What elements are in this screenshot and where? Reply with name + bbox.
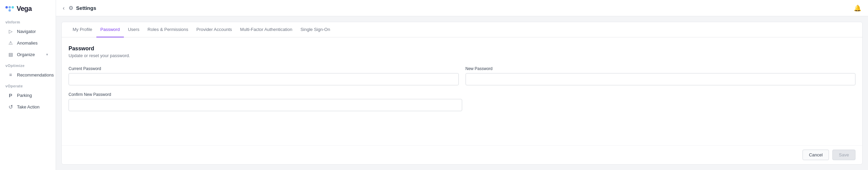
new-password-label: New Password xyxy=(466,66,856,71)
form-title: Password xyxy=(69,46,855,52)
current-password-input[interactable] xyxy=(69,73,459,85)
main-content: ‹ ⚙ Settings 🔔 My Profile Password Users… xyxy=(56,0,868,170)
sidebar-item-organize[interactable]: ▤ Organize ▾ xyxy=(2,49,54,60)
gear-icon: ⚙ xyxy=(69,5,73,11)
sidebar-item-parking[interactable]: P Parking xyxy=(2,89,54,101)
sidebar-item-label: Recommendations xyxy=(17,72,54,78)
sidebar-item-label: Navigator xyxy=(17,29,48,34)
logo-dot-1 xyxy=(5,6,8,8)
back-button[interactable]: ‹ xyxy=(63,5,64,11)
sidebar: Vega vInform ▷ Navigator ⚠ Anomalies ▤ O… xyxy=(0,0,56,170)
sidebar-item-label: Organize xyxy=(17,52,43,57)
new-password-input[interactable] xyxy=(466,73,856,85)
settings-panel: My Profile Password Users Roles & Permis… xyxy=(61,22,863,165)
sidebar-item-recommendations[interactable]: ≡ Recommendations xyxy=(2,69,54,81)
sidebar-item-label: Anomalies xyxy=(17,40,48,46)
form-subtitle: Update or reset your password. xyxy=(69,53,855,58)
topbar: ‹ ⚙ Settings 🔔 xyxy=(56,0,868,16)
logo: Vega xyxy=(5,5,32,13)
form-area: Password Update or reset your password. … xyxy=(62,37,862,145)
bell-icon[interactable]: 🔔 xyxy=(854,4,861,12)
sidebar-item-take-action[interactable]: ↺ Take Action xyxy=(2,101,54,113)
new-password-field: New Password xyxy=(466,66,856,85)
parking-icon: P xyxy=(7,92,14,98)
panel-footer: Cancel Save xyxy=(62,145,862,164)
sidebar-item-label: Parking xyxy=(17,93,48,98)
logo-dot-3 xyxy=(12,6,14,8)
recommendations-icon: ≡ xyxy=(7,72,14,78)
tab-roles-permissions[interactable]: Roles & Permissions xyxy=(144,22,192,37)
tab-password[interactable]: Password xyxy=(96,22,124,37)
current-password-field: Current Password xyxy=(69,66,459,85)
section-label-voperate: vOperate xyxy=(0,81,56,89)
logo-text: Vega xyxy=(17,5,32,13)
logo-dots xyxy=(5,6,14,12)
sidebar-item-label: Take Action xyxy=(17,104,48,109)
section-label-vinform: vInform xyxy=(0,17,56,26)
anomalies-icon: ⚠ xyxy=(7,40,14,46)
logo-dot-4 xyxy=(5,9,8,12)
tabs-bar: My Profile Password Users Roles & Permis… xyxy=(62,22,862,37)
content-area: My Profile Password Users Roles & Permis… xyxy=(56,16,868,170)
section-label-voptimize: vOptimize xyxy=(0,60,56,69)
confirm-password-field: Confirm New Password xyxy=(69,92,462,111)
take-action-icon: ↺ xyxy=(7,104,14,110)
tab-provider-accounts[interactable]: Provider Accounts xyxy=(192,22,236,37)
tab-sso[interactable]: Single Sign-On xyxy=(296,22,334,37)
page-title: Settings xyxy=(76,5,96,11)
tab-my-profile[interactable]: My Profile xyxy=(69,22,96,37)
logo-dot-6 xyxy=(12,9,14,12)
navigator-icon: ▷ xyxy=(7,28,14,34)
logo-dot-5 xyxy=(8,9,11,12)
tab-users[interactable]: Users xyxy=(124,22,144,37)
save-button[interactable]: Save xyxy=(832,150,855,160)
cancel-button[interactable]: Cancel xyxy=(803,150,829,160)
organize-icon: ▤ xyxy=(7,51,14,57)
sidebar-logo: Vega xyxy=(0,0,56,17)
tab-mfa[interactable]: Multi-Factor Authentication xyxy=(236,22,297,37)
confirm-password-label: Confirm New Password xyxy=(69,92,462,97)
password-row-1: Current Password New Password xyxy=(69,66,855,85)
confirm-password-input[interactable] xyxy=(69,99,462,111)
chevron-down-icon: ▾ xyxy=(46,52,48,57)
password-row-2: Confirm New Password xyxy=(69,92,855,111)
logo-dot-2 xyxy=(8,6,11,8)
sidebar-item-navigator[interactable]: ▷ Navigator xyxy=(2,26,54,37)
sidebar-item-anomalies[interactable]: ⚠ Anomalies xyxy=(2,37,54,49)
current-password-label: Current Password xyxy=(69,66,459,71)
